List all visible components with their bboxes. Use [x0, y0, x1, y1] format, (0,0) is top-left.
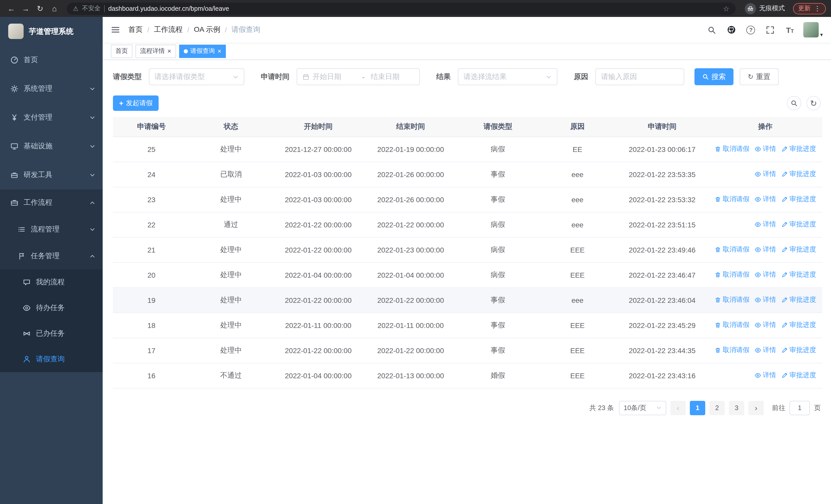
row-op-detail[interactable]: 详情	[754, 220, 776, 229]
trash-icon	[715, 271, 721, 278]
row-op-detail[interactable]: 详情	[754, 346, 776, 355]
date-range-picker[interactable]: 开始日期 - 结束日期	[297, 68, 420, 85]
row-op-progress[interactable]: 审批进度	[781, 371, 816, 380]
sidebar-item-devtools[interactable]: 研发工具	[0, 161, 103, 189]
browser-forward-icon[interactable]: →	[20, 2, 32, 14]
reset-button[interactable]: ↻ 重置	[740, 68, 779, 85]
page-button-2[interactable]: 2	[709, 401, 725, 415]
sidebar-item-my-process[interactable]: 我的流程	[0, 269, 103, 295]
not-secure-label[interactable]: 不安全	[82, 4, 101, 13]
bookmark-star-icon[interactable]: ☆	[723, 4, 729, 12]
row-op-progress[interactable]: 审批进度	[781, 220, 816, 229]
row-op-detail[interactable]: 详情	[754, 321, 776, 330]
search-button[interactable]: 搜索	[694, 68, 734, 85]
github-link-button[interactable]	[725, 24, 738, 36]
incognito-icon	[745, 3, 756, 14]
edit-icon	[781, 196, 788, 203]
fullscreen-button[interactable]	[764, 24, 777, 36]
refresh-table-button[interactable]: ↻	[806, 96, 821, 110]
sidebar: 芋道管理系统 首页 系统管理 支付管理	[0, 17, 103, 504]
row-op-progress[interactable]: 审批进度	[781, 145, 816, 154]
url-text[interactable]: dashboard.yudao.iocoder.cn/bpm/oa/leave	[108, 5, 229, 12]
font-size-button[interactable]: TT	[784, 24, 796, 36]
row-op-progress[interactable]: 审批进度	[781, 170, 816, 179]
sidebar-item-payment[interactable]: 支付管理	[0, 103, 103, 132]
toolbox-icon	[10, 171, 19, 179]
breadcrumb-home[interactable]: 首页	[128, 25, 143, 34]
end-date-input[interactable]: 结束日期	[371, 72, 414, 81]
row-op-detail[interactable]: 详情	[754, 371, 776, 380]
app-logo-row[interactable]: 芋道管理系统	[0, 17, 103, 46]
sidebar-item-home[interactable]: 首页	[0, 46, 103, 75]
eye-icon	[754, 171, 761, 178]
browser-update-button[interactable]: 更新 ⋮	[793, 3, 826, 14]
sidebar-item-todo-tasks[interactable]: 待办任务	[0, 295, 103, 321]
cell-apply-id: 16	[113, 363, 190, 388]
browser-home-icon[interactable]: ⌂	[48, 2, 61, 14]
row-op-cancel[interactable]: 取消请假	[715, 270, 749, 279]
row-op-progress[interactable]: 审批进度	[781, 321, 816, 330]
cell-reason: EEE	[539, 262, 616, 288]
row-op-detail[interactable]: 详情	[754, 270, 776, 279]
row-op-cancel[interactable]: 取消请假	[715, 346, 749, 355]
browser-menu-kebab-icon[interactable]: ⋮	[814, 5, 821, 12]
address-bar[interactable]: ⚠ 不安全 dashboard.yudao.iocoder.cn/bpm/oa/…	[67, 2, 736, 14]
row-op-progress[interactable]: 审批进度	[781, 195, 816, 204]
update-label[interactable]: 更新	[798, 4, 810, 13]
page-size-select[interactable]: 10条/页	[619, 401, 666, 415]
reason-input[interactable]: 请输入原因	[595, 68, 684, 85]
row-op-cancel[interactable]: 取消请假	[715, 245, 749, 254]
sidebar-collapse-button[interactable]	[111, 25, 120, 34]
row-op-progress[interactable]: 审批进度	[781, 295, 816, 305]
close-icon[interactable]: ×	[218, 48, 221, 54]
cell-reason: eee	[539, 212, 616, 237]
create-leave-button[interactable]: + 发起请假	[113, 95, 159, 111]
sidebar-item-system[interactable]: 系统管理	[0, 75, 103, 103]
cell-reason: eee	[539, 187, 616, 212]
row-op-detail[interactable]: 详情	[754, 170, 776, 179]
not-secure-warning-icon: ⚠	[73, 5, 79, 12]
row-op-cancel[interactable]: 取消请假	[715, 295, 749, 305]
page-jump-input[interactable]	[790, 401, 810, 415]
prev-page-button[interactable]: ‹	[670, 401, 686, 415]
sidebar-item-done-tasks[interactable]: 已办任务	[0, 321, 103, 347]
sidebar-item-infra[interactable]: 基础设施	[0, 132, 103, 161]
tab-home[interactable]: 首页	[111, 45, 133, 58]
tab-leave-query[interactable]: 请假查询 ×	[179, 45, 226, 58]
row-op-detail[interactable]: 详情	[754, 245, 776, 254]
row-op-detail[interactable]: 详情	[754, 195, 776, 204]
avatar[interactable]	[803, 22, 819, 37]
sidebar-item-workflow[interactable]: 工作流程	[0, 189, 103, 216]
page-button-3[interactable]: 3	[729, 401, 744, 415]
start-date-input[interactable]: 开始日期	[313, 72, 356, 81]
tab-process-detail[interactable]: 流程详情 ×	[136, 45, 176, 58]
user-menu[interactable]: ▾	[803, 22, 823, 37]
sidebar-item-leave-query[interactable]: 请假查询	[0, 347, 103, 372]
breadcrumb-workflow[interactable]: 工作流程	[154, 25, 183, 34]
eye-icon	[754, 322, 761, 328]
sidebar-item-task-mgmt[interactable]: 任务管理	[0, 243, 103, 269]
breadcrumb-oa-example[interactable]: OA 示例	[194, 25, 221, 34]
row-op-progress[interactable]: 审批进度	[781, 346, 816, 355]
row-op-cancel[interactable]: 取消请假	[715, 321, 749, 330]
row-op-detail[interactable]: 详情	[754, 295, 776, 305]
help-button[interactable]: ?	[745, 24, 757, 36]
browser-reload-icon[interactable]: ↻	[34, 2, 46, 14]
header-search-button[interactable]	[706, 24, 718, 36]
toggle-search-button[interactable]	[787, 96, 801, 110]
sidebar-item-process-mgmt[interactable]: 流程管理	[0, 216, 103, 243]
row-op-cancel[interactable]: 取消请假	[715, 145, 749, 154]
close-icon[interactable]: ×	[167, 48, 171, 54]
next-page-button[interactable]: ›	[748, 401, 764, 415]
browser-back-icon[interactable]: ←	[5, 2, 18, 14]
result-select[interactable]: 请选择流结果	[458, 68, 557, 85]
row-op-progress[interactable]: 审批进度	[781, 270, 816, 279]
row-op-detail[interactable]: 详情	[754, 145, 776, 154]
leave-type-select[interactable]: 请选择请假类型	[149, 68, 244, 85]
cell-start-time: 2022-01-22 00:00:00	[272, 237, 365, 262]
row-op-progress[interactable]: 审批进度	[781, 245, 816, 254]
breadcrumb: 首页 / 工作流程 / OA 示例 / 请假查询	[128, 25, 260, 34]
apply-time-label: 申请时间	[261, 72, 289, 81]
row-op-cancel[interactable]: 取消请假	[715, 195, 749, 204]
page-button-1[interactable]: 1	[690, 401, 705, 415]
